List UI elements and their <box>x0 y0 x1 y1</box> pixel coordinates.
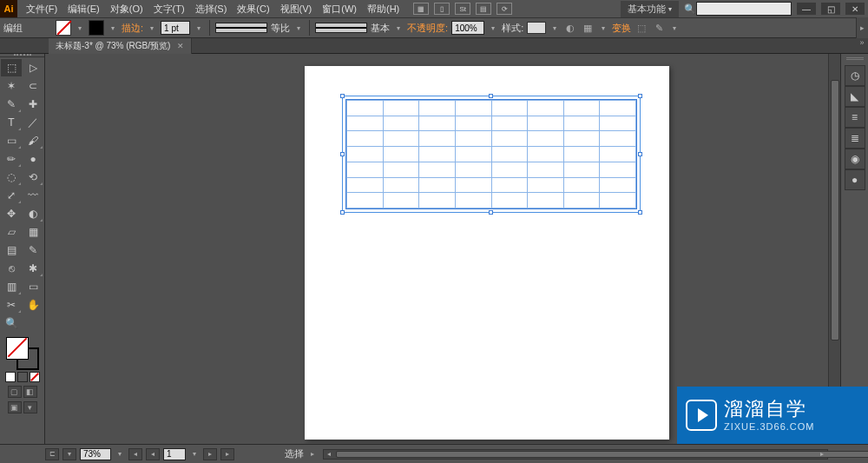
screen-mode-drop-icon[interactable]: ▾ <box>23 401 37 413</box>
dock-panel-icon-5[interactable]: ● <box>845 169 865 190</box>
tabs-flyout-icon[interactable]: » <box>856 38 868 53</box>
prev2-icon[interactable]: ◂ <box>146 448 160 460</box>
handle-bottom-right[interactable] <box>638 210 642 215</box>
canvas-area[interactable] <box>45 54 840 444</box>
style-drop-icon[interactable]: ▾ <box>549 24 560 32</box>
tool-blob-brush[interactable]: ● <box>23 150 43 168</box>
handle-mid-right[interactable] <box>638 152 642 156</box>
handle-bottom-mid[interactable] <box>489 210 493 215</box>
layout-icon[interactable]: ▤ <box>476 3 491 15</box>
zoom-input-drop-icon[interactable]: ▾ <box>115 450 125 458</box>
gpu-icon[interactable]: ⟳ <box>496 3 512 15</box>
h-scroll-thumb[interactable] <box>336 451 868 458</box>
handle-top-left[interactable] <box>340 94 345 98</box>
gradient-mode-icon[interactable] <box>17 372 28 382</box>
document-tab[interactable]: 未标题-3* @ 73% (RGB/预览) ✕ <box>49 38 192 54</box>
zoom-input[interactable] <box>80 448 111 460</box>
tool-perspective[interactable]: ▱ <box>1 223 22 241</box>
tool-symbol-sprayer[interactable]: ✱ <box>23 260 43 277</box>
isolate-icon[interactable]: ⬚ <box>635 21 648 35</box>
tool-pen[interactable]: ✎ <box>1 96 22 113</box>
stroke-weight-input[interactable] <box>161 21 190 35</box>
menu-item[interactable]: 帮助(H) <box>362 3 404 16</box>
menu-item[interactable]: 视图(V) <box>275 3 318 16</box>
tool-eyedropper[interactable]: ✎ <box>23 241 43 259</box>
minimize-button[interactable]: — <box>797 3 816 15</box>
tool-lasso[interactable]: ⊂ <box>23 77 43 95</box>
tool-artboard[interactable]: ▭ <box>23 278 43 295</box>
menu-item[interactable]: 编辑(E) <box>62 3 105 16</box>
prev-artboard-icon[interactable]: ◂ <box>128 448 142 460</box>
align-icon[interactable]: ▦ <box>581 21 595 35</box>
brush-drop-icon[interactable]: ▾ <box>393 24 404 32</box>
hscroll-left-icon[interactable]: ◂ <box>324 450 334 459</box>
opacity-drop-icon[interactable]: ▾ <box>488 24 498 32</box>
brush-definition[interactable] <box>315 23 367 33</box>
tool-free-transform[interactable]: ✥ <box>1 205 22 222</box>
tool-paintbrush[interactable]: 🖌 <box>23 132 43 149</box>
sync-icon[interactable]: St <box>455 3 470 15</box>
control-bar-flyout[interactable]: ▸ <box>856 17 868 38</box>
tool-selection[interactable]: ⬚ <box>1 59 22 76</box>
first-artboard-icon[interactable]: ⊏ <box>45 448 59 460</box>
none-mode-icon[interactable] <box>30 372 40 382</box>
tool-direct-selection[interactable]: ▷ <box>23 59 43 76</box>
tool-eraser[interactable]: ◌ <box>1 169 22 186</box>
tool-rectangle[interactable]: ▭ <box>1 132 22 149</box>
variable-width-profile[interactable] <box>215 23 267 33</box>
tool-width[interactable]: 〰 <box>23 187 43 204</box>
tab-close-icon[interactable]: ✕ <box>177 42 184 50</box>
menu-item[interactable]: 对象(O) <box>105 3 148 16</box>
arrange-doc-icon[interactable]: ▯ <box>434 3 450 15</box>
dock-panel-icon-3[interactable]: ≣ <box>845 128 865 149</box>
tool-zoom[interactable]: 🔍 <box>1 314 22 332</box>
dock-panel-icon-0[interactable]: ◷ <box>845 65 865 86</box>
handle-mid-left[interactable] <box>340 152 345 156</box>
restore-button[interactable]: ◱ <box>821 3 840 15</box>
tool-scale[interactable]: ⤢ <box>1 187 22 204</box>
vertical-scrollbar[interactable] <box>828 54 840 444</box>
stroke-dn-icon[interactable]: ▾ <box>147 24 157 32</box>
fill-indicator[interactable] <box>6 337 29 360</box>
menu-item[interactable]: 效果(C) <box>232 3 274 16</box>
draw-behind-icon[interactable]: ◧ <box>23 386 37 398</box>
handle-top-right[interactable] <box>638 94 642 98</box>
handle-top-mid[interactable] <box>489 94 493 98</box>
tool-add-anchor[interactable]: ✚ <box>23 96 43 113</box>
artboard-nav-drop-icon[interactable]: ▾ <box>189 450 200 458</box>
tool-hand[interactable]: ✋ <box>23 296 43 314</box>
hscroll-right-icon[interactable]: ▸ <box>817 450 827 459</box>
fill-stroke-indicator[interactable] <box>6 337 39 370</box>
stroke-dropdown-icon[interactable]: ▾ <box>108 24 118 32</box>
fill-dropdown-icon[interactable]: ▾ <box>75 24 85 32</box>
recolor-icon[interactable]: ◐ <box>563 21 577 35</box>
artboard-nav-input[interactable] <box>163 448 186 460</box>
dock-panel-icon-4[interactable]: ◉ <box>845 149 865 169</box>
fill-swatch[interactable] <box>56 20 71 36</box>
grid-object[interactable] <box>345 99 637 209</box>
profile-drop-icon[interactable]: ▾ <box>293 24 304 32</box>
more-drop-icon[interactable]: ▾ <box>669 24 680 32</box>
menu-item[interactable]: 窗口(W) <box>317 3 362 16</box>
tool-column-graph[interactable]: ▥ <box>1 278 22 295</box>
next-artboard-icon[interactable]: ▸ <box>203 448 217 460</box>
stroke-swatch[interactable] <box>89 20 104 36</box>
search-input[interactable] <box>696 2 792 16</box>
style-swatch[interactable] <box>527 22 546 34</box>
tool-line-segment[interactable]: ／ <box>23 114 43 131</box>
dock-grip-icon[interactable] <box>846 57 864 60</box>
tool-mesh[interactable]: ▦ <box>23 223 43 241</box>
menu-item[interactable]: 文件(F) <box>21 3 62 16</box>
draw-normal-icon[interactable]: ▢ <box>8 386 22 398</box>
dock-panel-icon-1[interactable]: ◣ <box>845 86 865 107</box>
opacity-input[interactable] <box>451 21 484 35</box>
tool-blend[interactable]: ⎋ <box>1 260 22 277</box>
v-scroll-thumb[interactable] <box>831 80 839 341</box>
transform-label[interactable]: 变换 <box>612 22 631 35</box>
screen-mode-icon[interactable]: ▣ <box>8 401 22 413</box>
tool-rotate[interactable]: ⟲ <box>23 169 43 186</box>
dock-panel-icon-2[interactable]: ≡ <box>845 107 865 128</box>
tool-type[interactable]: T <box>1 114 22 131</box>
tool-magic-wand[interactable]: ✶ <box>1 77 22 95</box>
close-button[interactable]: ✕ <box>845 3 865 15</box>
